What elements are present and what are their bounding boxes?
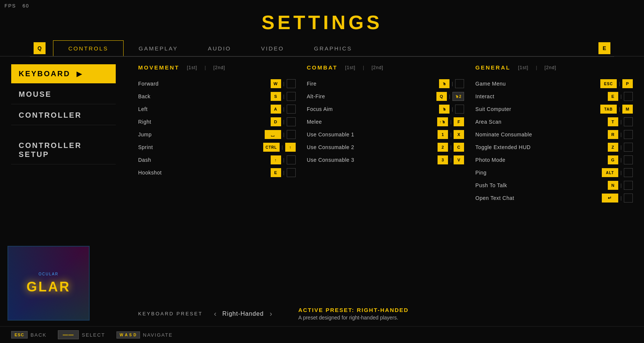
key-sprint-2[interactable]: ↑ xyxy=(285,143,296,152)
key-consumable1-2[interactable]: X xyxy=(454,130,464,139)
key-togglehud-1[interactable]: Z xyxy=(608,143,618,152)
key-photomode-1[interactable]: G xyxy=(608,155,618,164)
key-consumable3-2[interactable]: V xyxy=(454,155,464,164)
fps-counter: FPS 60 xyxy=(4,3,29,9)
key-suitcomputer-1[interactable]: TAB xyxy=(600,105,617,114)
movement-column: MOVEMENT [1st] | [2nd] Forward W | Back … xyxy=(138,64,296,297)
movement-title: MOVEMENT xyxy=(138,64,180,71)
tab-video[interactable]: VIDEO xyxy=(246,41,299,56)
key-back-2[interactable] xyxy=(287,92,296,101)
binding-jump: Jump ⎵ | xyxy=(138,128,296,141)
nav-left-key[interactable]: Q xyxy=(34,42,46,54)
key-consumable1-1[interactable]: 1 xyxy=(438,130,448,139)
keyboard-cursor: ▶ xyxy=(77,70,83,78)
preset-nav: ‹ Right-Handed › xyxy=(214,309,272,318)
key-forward-2[interactable] xyxy=(287,79,296,88)
sidebar-item-controller[interactable]: CONTROLLER xyxy=(11,106,116,125)
key-left-1[interactable]: A xyxy=(271,105,281,114)
combat-title: COMBAT xyxy=(307,64,338,71)
key-left-2[interactable] xyxy=(287,105,296,114)
key-gamemenu-2[interactable]: P xyxy=(622,79,633,88)
key-altfire-1[interactable]: Q xyxy=(436,92,447,101)
key-hookshot-1[interactable]: E xyxy=(271,168,281,177)
sidebar-item-mouse[interactable]: MOUSE xyxy=(11,85,116,104)
footer: ESC BACK —— SELECT W A S D NAVIGATE xyxy=(0,326,644,339)
preset-prev-button[interactable]: ‹ xyxy=(214,309,217,318)
movement-slot1-header: [1st] xyxy=(187,65,197,70)
combat-column: COMBAT [1st] | [2nd] Fire 🖱 | Alt-Fire Q… xyxy=(307,64,464,297)
footer-back-key[interactable]: ESC xyxy=(11,331,28,339)
fps-label: FPS xyxy=(4,3,16,9)
key-right-2[interactable] xyxy=(287,117,296,126)
key-opentextchat-1[interactable]: ↵ xyxy=(602,194,618,203)
tab-controls[interactable]: CONTROLS xyxy=(53,40,124,56)
key-consumable2-1[interactable]: 2 xyxy=(438,143,448,152)
binding-interact: Interact E | xyxy=(475,90,633,103)
key-areascan-2[interactable] xyxy=(624,117,633,126)
key-interact-1[interactable]: E xyxy=(608,92,618,101)
binding-dash: Dash ↑ | xyxy=(138,154,296,166)
key-photomode-2[interactable] xyxy=(624,155,633,164)
key-jump-1[interactable]: ⎵ xyxy=(265,130,281,139)
preset-section: KEYBOARD PRESET ‹ Right-Handed › ACTIVE … xyxy=(127,307,644,321)
preset-active-info: ACTIVE PRESET: RIGHT-HANDED A preset des… xyxy=(298,307,409,321)
key-melee-1[interactable]: ↑🖱 xyxy=(437,117,448,126)
binding-nominateconsumable: Nominate Consumable R | xyxy=(475,128,633,141)
footer-select-key[interactable]: —— xyxy=(58,330,79,339)
key-ping-1[interactable]: ALT xyxy=(602,168,618,177)
binding-sprint: Sprint CTRL | ↑ xyxy=(138,141,296,154)
combat-slot2-header: [2nd] xyxy=(371,65,383,70)
key-sprint-1[interactable]: CTRL xyxy=(263,143,280,152)
sidebar-item-keyboard[interactable]: KEYBOARD ▶ xyxy=(11,64,116,83)
key-hookshot-2[interactable] xyxy=(287,168,296,177)
general-slot1-header: [1st] xyxy=(518,65,529,70)
tab-audio[interactable]: AUDIO xyxy=(193,41,246,56)
key-fire-2[interactable] xyxy=(455,79,464,88)
binding-back: Back S | xyxy=(138,90,296,103)
key-forward-1[interactable]: W xyxy=(271,79,281,88)
key-back-1[interactable]: S xyxy=(271,92,281,101)
binding-melee: Melee ↑🖱 | F xyxy=(307,115,464,128)
preset-next-button[interactable]: › xyxy=(270,309,272,318)
key-dash-2[interactable] xyxy=(287,155,296,164)
key-focusaim-2[interactable] xyxy=(455,105,464,114)
key-fire-1[interactable]: 🖱 xyxy=(439,79,449,88)
thumbnail-subtitle: OCULAR xyxy=(27,272,71,276)
tab-graphics[interactable]: GRAPHICS xyxy=(299,41,367,56)
binding-altfire: Alt-Fire Q | 🖱2 xyxy=(307,90,464,103)
key-jump-2[interactable] xyxy=(287,130,296,139)
key-opentextchat-2[interactable] xyxy=(624,194,633,203)
key-altfire-2[interactable]: 🖱2 xyxy=(452,92,464,101)
key-areascan-1[interactable]: T xyxy=(608,117,618,126)
key-pushtotalk-2[interactable] xyxy=(624,181,633,190)
key-consumable3-1[interactable]: 3 xyxy=(438,155,448,164)
key-dash-1[interactable]: ↑ xyxy=(271,155,281,164)
binding-left: Left A | xyxy=(138,103,296,115)
nav-right-key[interactable]: E xyxy=(598,42,610,54)
key-gamemenu-1[interactable]: ESC xyxy=(600,79,617,88)
binding-right: Right D | xyxy=(138,115,296,128)
sidebar-item-controller-setup[interactable]: CONTROLLER SETUP xyxy=(11,127,116,164)
key-suitcomputer-2[interactable]: M xyxy=(622,105,633,114)
key-right-1[interactable]: D xyxy=(271,117,281,126)
key-focusaim-1[interactable]: 🖱 xyxy=(439,105,449,114)
movement-header: MOVEMENT [1st] | [2nd] xyxy=(138,64,296,71)
footer-back: ESC BACK xyxy=(11,331,47,339)
key-pushtotalk-1[interactable]: N xyxy=(608,181,618,190)
binding-focusaim: Focus Aim 🖱 | xyxy=(307,103,464,115)
binding-consumable3: Use Consumable 3 3 | V xyxy=(307,154,464,166)
binding-forward: Forward W | xyxy=(138,77,296,90)
key-melee-2[interactable]: F xyxy=(454,117,464,126)
binding-hookshot: Hookshot E | xyxy=(138,166,296,179)
tab-gameplay[interactable]: GAMEPLAY xyxy=(124,41,193,56)
key-interact-2[interactable] xyxy=(624,92,633,101)
key-nominateconsumable-2[interactable] xyxy=(624,130,633,139)
binding-consumable2: Use Consumable 2 2 | C xyxy=(307,141,464,154)
top-nav: Q CONTROLS GAMEPLAY AUDIO VIDEO GRAPHICS… xyxy=(0,40,644,56)
key-ping-2[interactable] xyxy=(624,168,633,177)
key-nominateconsumable-1[interactable]: R xyxy=(608,130,618,139)
key-togglehud-2[interactable] xyxy=(624,143,633,152)
binding-opentextchat: Open Text Chat ↵ | xyxy=(475,192,633,204)
key-consumable2-2[interactable]: C xyxy=(454,143,464,152)
footer-navigate-label: NAVIGATE xyxy=(143,332,173,338)
